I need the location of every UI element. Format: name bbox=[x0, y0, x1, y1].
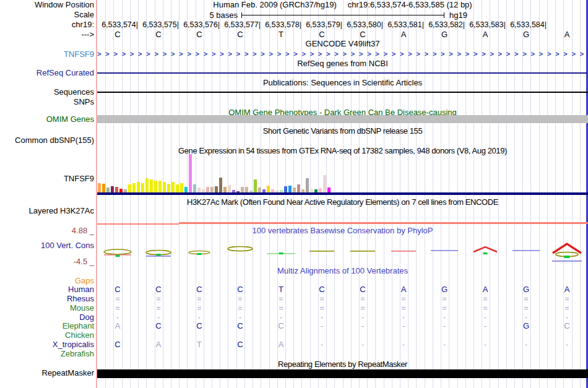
multiz-row-label-chicken[interactable]: Chicken bbox=[0, 331, 94, 340]
gtex-tissue-bar bbox=[158, 181, 162, 192]
cons-glyph-line bbox=[267, 253, 295, 254]
multiz-cell: = bbox=[506, 304, 547, 313]
track-label-refseq-curated[interactable]: RefSeq Curated bbox=[0, 69, 94, 77]
multiz-row-label-x_tropicalis[interactable]: X_tropicalis bbox=[0, 340, 94, 349]
track-label-tnfsf9-gtex[interactable]: TNFSF9 bbox=[0, 175, 94, 183]
omim-gene-item[interactable] bbox=[97, 115, 588, 123]
multiz-row-label-human[interactable]: Human bbox=[0, 285, 94, 294]
transcription-arrow: > bbox=[343, 50, 347, 58]
tnfsf9-gene-item[interactable]: >>>>>>>>>>>>>>>>>>>>>>>>>>>>>>>>>>>>>>>>… bbox=[97, 50, 588, 58]
transcription-arrow: > bbox=[220, 50, 223, 58]
multiz-row-label-dog[interactable]: Dog bbox=[0, 313, 94, 322]
multiz-cell: = bbox=[261, 295, 301, 303]
cons-glyph-tick bbox=[483, 252, 488, 254]
track-label-sequences[interactable]: Sequences bbox=[0, 88, 94, 97]
gtex-tissue-bar bbox=[150, 179, 153, 192]
multiz-cell: - bbox=[465, 340, 506, 349]
transcription-arrow: > bbox=[228, 50, 231, 58]
multiz-cell: = bbox=[506, 295, 547, 303]
transcription-arrow: > bbox=[465, 50, 469, 58]
gtex-tissue-bar bbox=[293, 188, 296, 192]
multiz-cell: = bbox=[261, 304, 301, 313]
multiz-cell: - bbox=[179, 313, 220, 322]
transcription-arrow: > bbox=[384, 50, 387, 58]
cons-glyph-line bbox=[104, 254, 131, 256]
multiz-row-label-zebrafish[interactable]: Zebrafish bbox=[0, 350, 94, 358]
transcription-arrow: > bbox=[301, 50, 305, 58]
transcription-arrow: > bbox=[334, 50, 338, 58]
reference-base: C bbox=[179, 30, 220, 39]
track-label-100-vert-cons[interactable]: 100 Vert. Cons bbox=[0, 241, 94, 250]
position-number: 6,533,575| bbox=[138, 20, 179, 29]
transcription-arrow: > bbox=[146, 50, 150, 58]
track-label-layered-h3k27ac[interactable]: Layered H3K27Ac bbox=[0, 207, 94, 215]
transcription-arrow: > bbox=[163, 50, 166, 58]
cons-axis-min: -4.5 _ bbox=[0, 257, 94, 266]
reference-base: C bbox=[138, 30, 179, 39]
cons-glyph-tick bbox=[116, 255, 120, 257]
multiz-cell: C bbox=[220, 340, 261, 349]
reference-base: C bbox=[220, 30, 261, 39]
multiz-cell: C bbox=[342, 285, 383, 294]
multiz-row-label-elephant[interactable]: Elephant bbox=[0, 322, 94, 330]
track-label-common-dbsnp[interactable]: Common dbSNP(155) bbox=[0, 136, 94, 145]
multiz-cell: - bbox=[301, 322, 342, 330]
transcription-arrow: > bbox=[97, 50, 101, 58]
multiz-cell: = bbox=[465, 304, 506, 313]
multiz-cell: C bbox=[547, 322, 587, 330]
gtex-tissue-bar bbox=[132, 183, 136, 192]
track-label-tnfsf9-gencode[interactable]: TNFSF9 bbox=[0, 50, 94, 59]
multiz-cell: - bbox=[261, 313, 301, 322]
transcription-arrow: > bbox=[506, 50, 510, 58]
gtex-tissue-bar bbox=[206, 187, 209, 192]
multiz-cell: - bbox=[424, 340, 465, 349]
transcription-arrow: > bbox=[563, 50, 567, 58]
gtex-tissue-bar bbox=[102, 184, 105, 192]
reference-base: G bbox=[506, 30, 547, 39]
multiz-cell: - bbox=[97, 313, 138, 322]
track-label-omim-genes[interactable]: OMIM Genes bbox=[0, 115, 94, 124]
multiz-row-label-mouse[interactable]: Mouse bbox=[0, 304, 94, 313]
scale-bar-label: 5 bases bbox=[97, 11, 238, 20]
cons-glyph-tick bbox=[279, 252, 283, 254]
genome-browser-image: Window Position Scale chr19: ---> TNFSF9… bbox=[0, 0, 588, 388]
transcription-arrow: > bbox=[105, 50, 109, 58]
gtex-tissue-bar bbox=[111, 186, 114, 192]
position-header: Human Feb. 2009 (GRCh37/hg19) chr19:6,53… bbox=[97, 1, 588, 9]
h3k27ac-signal-right[interactable] bbox=[179, 222, 588, 224]
cons-glyph-lens bbox=[228, 247, 253, 251]
multiz-cell: A bbox=[97, 322, 138, 330]
gtex-tissue-bar bbox=[327, 188, 331, 192]
gtex-tissue-bar bbox=[319, 188, 322, 192]
multiz-cell: - bbox=[342, 340, 383, 349]
transcription-arrow: > bbox=[392, 50, 396, 58]
scale-bar-right-tick bbox=[444, 12, 444, 18]
transcription-arrow: > bbox=[293, 50, 297, 58]
track-label-snps[interactable]: SNPs bbox=[0, 98, 94, 106]
publications-sequences-item[interactable] bbox=[97, 92, 588, 93]
multiz-cell: C bbox=[261, 322, 301, 330]
transcription-arrow: > bbox=[171, 50, 175, 58]
multiz-cell: = bbox=[179, 295, 220, 303]
multiz-row-label-rhesus[interactable]: Rhesus bbox=[0, 295, 94, 303]
track-label-repeatmasker[interactable]: RepeatMasker bbox=[0, 369, 94, 377]
repeatmasker-item[interactable] bbox=[97, 369, 588, 378]
publications-track-title: Publications: Sequences in Scientific Ar… bbox=[97, 79, 588, 87]
transcription-arrow: > bbox=[326, 50, 330, 58]
multiz-cell: - bbox=[301, 340, 342, 349]
multiz-row-label-gaps[interactable]: Gaps bbox=[0, 277, 94, 285]
multiz-cell: C bbox=[97, 340, 138, 349]
strand-marker: ---> bbox=[0, 30, 94, 39]
transcription-arrow: > bbox=[285, 50, 289, 58]
transcription-arrow: > bbox=[367, 50, 371, 58]
gtex-tissue-bar bbox=[297, 184, 300, 192]
gtex-tissue-bar bbox=[145, 178, 149, 192]
gtex-tissue-bar bbox=[210, 187, 214, 192]
refseq-curated-item[interactable] bbox=[97, 72, 588, 74]
cons-glyph-line bbox=[350, 251, 375, 252]
multiz-cell: = bbox=[301, 304, 342, 313]
h3k27ac-signal-left[interactable] bbox=[97, 223, 179, 225]
gtex-tissue-bar bbox=[167, 184, 170, 192]
gtex-tissue-bar bbox=[184, 187, 188, 192]
reference-base: A bbox=[465, 30, 506, 39]
